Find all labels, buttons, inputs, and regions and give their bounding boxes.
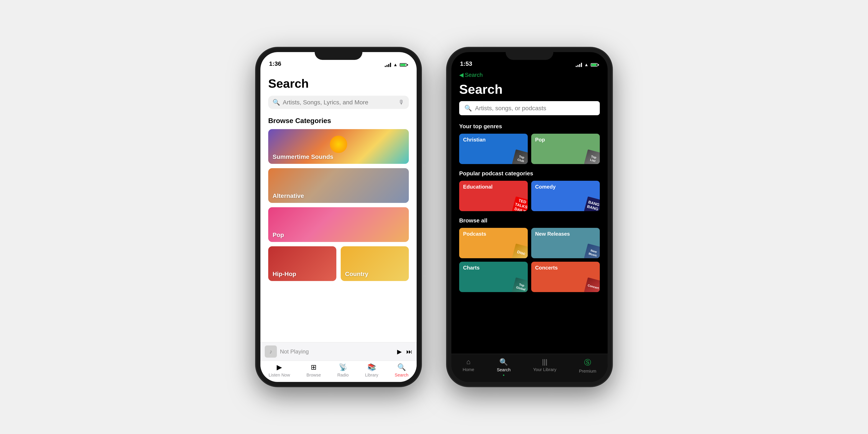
category-card-country[interactable]: Country	[341, 246, 409, 281]
genre-label-podcasts: Podcasts	[463, 231, 486, 237]
mini-player-text: Not Playing	[280, 348, 394, 355]
search-tab-icon: 🔍	[397, 363, 406, 371]
tab-label-browse: Browse	[306, 373, 321, 378]
sp-tab-search[interactable]: 🔍 Search	[497, 358, 510, 376]
left-phone: 1:36 ▲ Search 🔍 🎙	[256, 48, 421, 386]
small-cards-row: Hip-Hop Country	[268, 246, 409, 281]
pop-album-art: TopList	[584, 149, 600, 164]
search-bar-left[interactable]: 🔍 🎙	[268, 96, 409, 109]
time-right: 1:53	[460, 60, 472, 67]
podcast-grid: Educational TEDTALKSDAILY Comedy BANGBAN…	[459, 181, 600, 211]
wifi-icon: ▲	[393, 62, 398, 67]
active-indicator	[503, 375, 504, 376]
category-label-alternative: Alternative	[273, 192, 304, 199]
apple-screen: Search 🔍 🎙 Browse Categories Summertime …	[260, 69, 416, 382]
genre-card-newreleases[interactable]: New Releases New Music	[531, 228, 600, 258]
genre-card-pop-right[interactable]: Pop TopList	[531, 134, 600, 164]
podcasts-album-art: Disc	[512, 244, 528, 258]
ted-album-art: TEDTALKSDAILY	[512, 196, 528, 211]
notch	[315, 48, 362, 60]
library-sp-icon: |||	[542, 358, 548, 366]
mini-player-controls: ▶ ⏭	[397, 348, 412, 355]
category-label-hiphop: Hip-Hop	[273, 271, 296, 278]
genre-label-christian: Christian	[463, 137, 486, 143]
search-icon-left: 🔍	[273, 99, 280, 106]
sp-label-library: Your Library	[533, 367, 556, 372]
library-icon: 📚	[367, 363, 376, 371]
radio-icon: 📡	[339, 363, 347, 371]
sp-tab-premium[interactable]: Ⓢ Premium	[579, 358, 596, 376]
category-card-alternative[interactable]: Alternative	[268, 168, 409, 203]
wifi-icon-right: ▲	[584, 62, 589, 67]
page-title-right: Search	[459, 82, 600, 97]
tab-radio[interactable]: 📡 Radio	[337, 363, 348, 378]
genre-card-educational[interactable]: Educational TEDTALKSDAILY	[459, 181, 528, 211]
spotify-screen: ◀ Search Search 🔍 Your top genres Christ…	[452, 69, 608, 382]
genre-label-pop-right: Pop	[535, 137, 545, 143]
browse-categories-title: Browse Categories	[268, 117, 409, 125]
search-icon-right: 🔍	[464, 104, 472, 112]
home-icon: ⌂	[466, 358, 470, 366]
left-screen: 1:36 ▲ Search 🔍 🎙	[260, 52, 416, 382]
tab-label-library: Library	[365, 373, 378, 378]
sp-tab-library[interactable]: ||| Your Library	[533, 358, 556, 376]
mini-player-album-art: ♪	[265, 345, 277, 358]
tab-search[interactable]: 🔍 Search	[395, 363, 408, 378]
tab-label-listen-now: Listen Now	[269, 373, 290, 378]
page-title-left: Search	[268, 76, 409, 91]
search-input-left[interactable]	[283, 99, 396, 106]
spotify-bottom-bar: ⌂ Home 🔍 Search ||| Your Library Ⓢ Premi…	[452, 354, 608, 382]
notch-right	[506, 48, 553, 60]
category-label-country: Country	[345, 271, 368, 278]
genre-label-educational: Educational	[463, 184, 493, 190]
listen-now-icon: ▶	[277, 363, 282, 371]
genre-label-newreleases: New Releases	[535, 231, 570, 237]
back-button[interactable]: ◀ Search	[459, 72, 483, 78]
genre-card-christian[interactable]: Christian TopClub	[459, 134, 528, 164]
genre-label-concerts: Concerts	[535, 265, 558, 271]
signal-icon	[385, 63, 391, 67]
category-card-pop[interactable]: Pop	[268, 207, 409, 242]
charts-album-art: Top Global	[512, 277, 528, 292]
signal-icon-right	[576, 63, 582, 67]
mic-icon[interactable]: 🎙	[398, 99, 404, 106]
time-left: 1:36	[269, 60, 281, 67]
search-input-right[interactable]	[475, 105, 595, 112]
tab-listen-now[interactable]: ▶ Listen Now	[269, 363, 290, 378]
skip-button[interactable]: ⏭	[406, 348, 412, 355]
tab-label-radio: Radio	[337, 373, 348, 378]
genre-card-concerts[interactable]: Concerts Concert	[531, 262, 600, 292]
sp-label-home: Home	[463, 367, 474, 372]
genre-label-charts: Charts	[463, 265, 479, 271]
status-icons-right: ▲	[576, 62, 599, 67]
status-icons-left: ▲	[385, 62, 408, 67]
back-area: ◀ Search	[452, 69, 608, 78]
spotify-main: Search 🔍 Your top genres Christian TopCl…	[452, 78, 608, 354]
search-bar-right[interactable]: 🔍	[459, 101, 600, 115]
category-label-summertime: Summertime Sounds	[273, 153, 333, 160]
category-card-hiphop[interactable]: Hip-Hop	[268, 246, 336, 281]
tab-label-search: Search	[395, 373, 408, 378]
genre-card-comedy[interactable]: Comedy BANGBANG	[531, 181, 600, 211]
back-label: Search	[465, 72, 483, 78]
podcast-label: Popular podcast categories	[459, 170, 600, 177]
back-arrow-icon: ◀	[459, 72, 464, 78]
tab-library[interactable]: 📚 Library	[365, 363, 378, 378]
play-button[interactable]: ▶	[397, 348, 402, 355]
battery-icon	[400, 63, 408, 67]
newreleases-album-art: New Music	[584, 244, 600, 258]
category-card-summertime[interactable]: Summertime Sounds	[268, 129, 409, 164]
apple-bottom-bar: ♪ Not Playing ▶ ⏭ ▶ Listen Now ⊞ Browse	[260, 342, 416, 382]
genre-label-comedy: Comedy	[535, 184, 556, 190]
genre-card-charts[interactable]: Charts Top Global	[459, 262, 528, 292]
browse-all-label: Browse all	[459, 217, 600, 224]
tab-bar-left: ▶ Listen Now ⊞ Browse 📡 Radio 📚 Library	[260, 361, 416, 382]
browse-all-grid: Podcasts Disc New Releases New Music Cha…	[459, 228, 600, 292]
tab-browse[interactable]: ⊞ Browse	[306, 363, 321, 378]
sp-label-premium: Premium	[579, 369, 596, 374]
sp-tab-home[interactable]: ⌂ Home	[463, 358, 474, 376]
top-genres-grid: Christian TopClub Pop TopList	[459, 134, 600, 164]
mini-player[interactable]: ♪ Not Playing ▶ ⏭	[260, 342, 416, 361]
concerts-album-art: Concert	[584, 277, 600, 292]
genre-card-podcasts[interactable]: Podcasts Disc	[459, 228, 528, 258]
